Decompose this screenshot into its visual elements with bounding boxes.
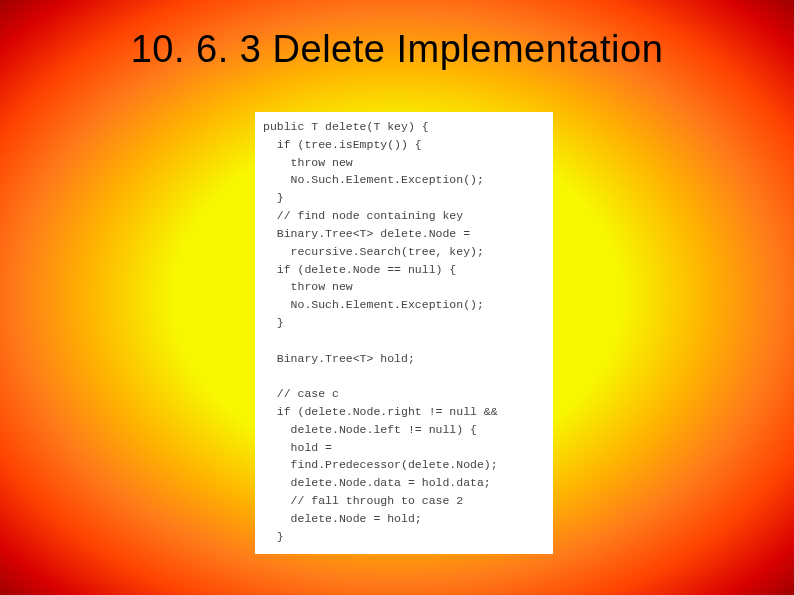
slide-title: 10. 6. 3 Delete Implementation bbox=[0, 28, 794, 71]
code-block: public T delete(T key) { if (tree.isEmpt… bbox=[255, 112, 553, 554]
slide: 10. 6. 3 Delete Implementation public T … bbox=[0, 0, 794, 595]
